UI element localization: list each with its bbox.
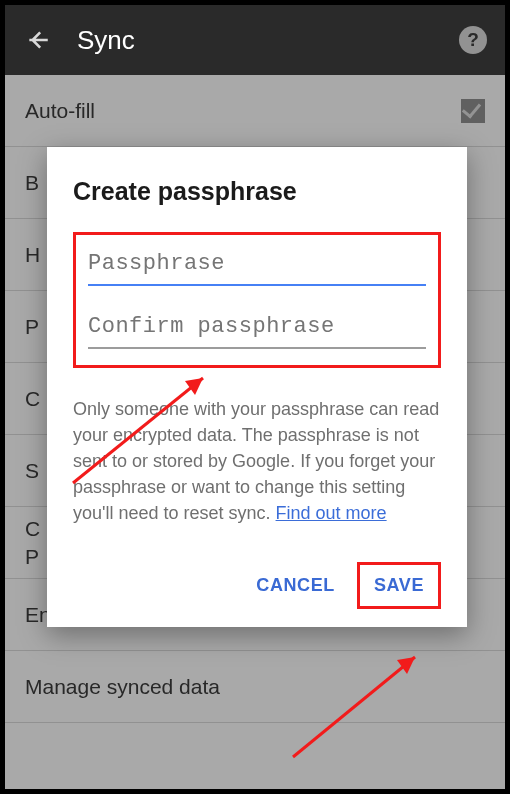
- find-out-more-link[interactable]: Find out more: [276, 503, 387, 523]
- page-title: Sync: [77, 25, 459, 56]
- passphrase-input[interactable]: [88, 245, 426, 286]
- dialog-actions: CANCEL SAVE: [73, 562, 441, 609]
- cancel-button[interactable]: CANCEL: [244, 567, 347, 604]
- create-passphrase-dialog: Create passphrase Only someone with your…: [47, 147, 467, 627]
- dialog-title: Create passphrase: [73, 177, 441, 206]
- dialog-description: Only someone with your passphrase can re…: [73, 396, 441, 526]
- annotation-box-save: SAVE: [357, 562, 441, 609]
- help-icon[interactable]: ?: [459, 26, 487, 54]
- app-bar: Sync ?: [5, 5, 505, 75]
- back-icon[interactable]: [23, 25, 53, 55]
- confirm-passphrase-input[interactable]: [88, 308, 426, 349]
- save-button[interactable]: SAVE: [362, 567, 436, 604]
- annotation-box-inputs: [73, 232, 441, 368]
